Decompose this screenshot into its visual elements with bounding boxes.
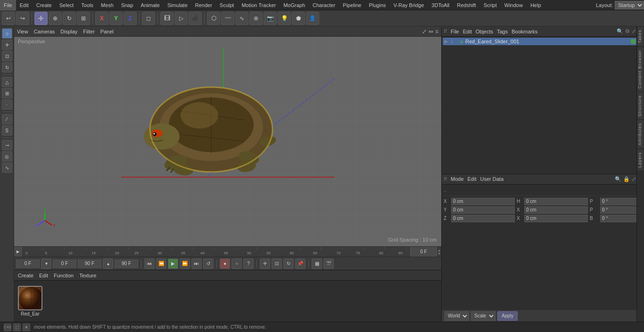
nurbs-button[interactable]: ∿ — [235, 12, 248, 25]
playback-max-frame[interactable] — [78, 259, 101, 268]
tool-paint[interactable]: ◎ — [2, 151, 12, 162]
side-tab-attributes[interactable]: Attributes — [637, 120, 644, 149]
pb-rotate-tool[interactable]: ↻ — [283, 259, 294, 269]
coord-x-pos-input[interactable] — [451, 198, 515, 205]
menu-create[interactable]: Create — [33, 0, 56, 10]
menu-window[interactable]: Window — [501, 0, 527, 10]
attr-expand-icon[interactable]: ⤢ — [632, 176, 636, 182]
camera-button[interactable]: 📷 — [264, 12, 277, 25]
redo-button[interactable]: ↪ — [16, 12, 29, 25]
render-region-button[interactable]: 🎞 — [160, 12, 173, 25]
attr-menu-mode[interactable]: Mode — [451, 176, 464, 182]
menu-plugins[interactable]: Plugins — [365, 0, 389, 10]
menu-3dtoall[interactable]: 3DToAll — [428, 0, 453, 10]
attr-menu-userdata[interactable]: User Data — [480, 176, 504, 182]
cube-button[interactable]: ⬡ — [207, 12, 220, 25]
vp-menu-cameras[interactable]: Cameras — [34, 29, 55, 34]
obj-menu-edit[interactable]: Edit — [463, 29, 472, 34]
tool-polygon[interactable]: △ — [2, 77, 12, 87]
light-button[interactable]: 💡 — [278, 12, 291, 25]
character-button[interactable]: 👤 — [306, 12, 319, 25]
menu-vray[interactable]: V-Ray Bridge — [390, 0, 428, 10]
menu-render[interactable]: Render — [191, 0, 216, 10]
pb-help[interactable]: ? — [243, 259, 254, 269]
pb-record[interactable]: ● — [220, 259, 230, 269]
coord-h-input[interactable] — [524, 198, 588, 205]
pb-snap[interactable]: 📌 — [295, 259, 305, 269]
status-cinema4d-icon[interactable]: C4D — [4, 324, 11, 331]
layout-select[interactable]: Startup — [615, 1, 644, 9]
menu-pipeline[interactable]: Pipeline — [339, 0, 365, 10]
mat-menu-edit[interactable]: Edit — [39, 273, 48, 278]
vp-arrows-icon[interactable]: ⇔ — [429, 28, 433, 35]
apply-button[interactable]: Apply — [497, 311, 518, 321]
vp-expand-icon[interactable]: ⤢ — [422, 28, 427, 35]
obj-search-icon[interactable]: 🔍 — [617, 28, 623, 34]
object-mode-button[interactable]: ◻ — [142, 12, 155, 25]
pb-scale-tool[interactable]: ⊡ — [272, 259, 282, 269]
mat-menu-texture[interactable]: Texture — [79, 273, 96, 278]
side-tab-structure[interactable]: Structure — [637, 92, 644, 120]
obj-menu-file[interactable]: File — [451, 29, 459, 34]
tool-edge[interactable]: ⊞ — [2, 88, 12, 98]
z-axis-button[interactable]: Z — [124, 12, 137, 25]
pb-loop[interactable]: ↺ — [203, 259, 214, 269]
side-tab-layers[interactable]: Layers — [637, 149, 644, 171]
playback-current-frame[interactable] — [53, 259, 76, 268]
viewport-canvas[interactable]: Perspective — [14, 37, 441, 246]
mat-menu-create[interactable]: Create — [18, 273, 33, 278]
pb-timeline-view[interactable]: ▦ — [312, 259, 322, 269]
render-active-button[interactable]: ▷ — [174, 12, 188, 25]
side-tab-content-browser[interactable]: Content Browser — [637, 47, 644, 92]
menu-edit[interactable]: Edit — [16, 0, 33, 10]
undo-button[interactable]: ↩ — [2, 12, 15, 25]
tool-rotate[interactable]: ↻ — [2, 62, 12, 73]
material-item[interactable]: Red_Ear — [18, 286, 42, 316]
scale-dropdown[interactable]: Scale — [471, 311, 495, 321]
tool-scale[interactable]: ⊡ — [2, 51, 12, 61]
scene-button[interactable]: ⬟ — [292, 12, 305, 25]
menu-redshift[interactable]: Redshift — [453, 0, 479, 10]
menu-character[interactable]: Character — [309, 0, 339, 10]
playback-start-frame[interactable] — [16, 259, 40, 268]
menu-motion-tracker[interactable]: Motion Tracker — [238, 0, 280, 10]
attr-lock-icon[interactable]: 🔒 — [623, 176, 630, 182]
menu-mograph[interactable]: MoGraph — [280, 0, 309, 10]
vp-menu-display[interactable]: Display — [60, 29, 77, 34]
tool-magnet[interactable]: ⊸ — [2, 140, 12, 150]
menu-simulate[interactable]: Simulate — [164, 0, 191, 10]
coord-x-size-input[interactable] — [524, 206, 588, 214]
pb-step-back[interactable]: ⏪ — [156, 259, 166, 269]
spline-button[interactable]: 〰 — [221, 12, 234, 25]
pb-goto-end[interactable]: ⏭ — [191, 259, 202, 269]
menu-sculpt[interactable]: Sculpt — [216, 0, 238, 10]
menu-script[interactable]: Script — [480, 0, 501, 10]
material-thumbnail[interactable] — [18, 286, 42, 310]
object-item-turtle[interactable]: ▶ L ◈ Red_Eared_Slider_001 — [443, 38, 643, 45]
pb-render-preview[interactable]: 🎬 — [323, 259, 334, 269]
viewport-container[interactable]: View Cameras Display Filter Panel ⤢ ⇔ ≡ — [14, 26, 441, 246]
menu-tools[interactable]: Tools — [77, 0, 97, 10]
tool-point[interactable]: · — [2, 99, 12, 110]
status-close-icon[interactable]: ✕ — [23, 324, 30, 331]
pb-auto-key[interactable]: ○ — [231, 259, 242, 269]
pb-goto-start[interactable]: ⏮ — [144, 259, 155, 269]
world-dropdown[interactable]: World — [445, 311, 469, 321]
scale-tool-button[interactable]: ⊕ — [49, 12, 62, 25]
render-to-picture-button[interactable]: ⬛ — [189, 12, 202, 25]
mat-menu-function[interactable]: Function — [54, 273, 74, 278]
pb-play[interactable]: ▶ — [168, 259, 178, 269]
attr-menu-edit[interactable]: Edit — [468, 176, 477, 182]
menu-help[interactable]: Help — [527, 0, 545, 10]
vp-settings-icon[interactable]: ≡ — [435, 28, 438, 35]
tool-select[interactable]: ⊹ — [2, 28, 12, 39]
tool-knife[interactable]: ∕ — [2, 114, 12, 124]
playback-end-frame[interactable] — [115, 259, 138, 268]
menu-snap[interactable]: Snap — [117, 0, 137, 10]
pb-step-fwd[interactable]: ⏩ — [180, 259, 190, 269]
vp-menu-view[interactable]: View — [17, 29, 28, 34]
timeline-track[interactable]: 0 5 10 15 20 25 30 35 40 45 50 — [22, 247, 410, 257]
tool-move[interactable]: ✛ — [2, 40, 12, 50]
side-tab-takes[interactable]: Takes — [637, 26, 644, 47]
obj-menu-bookmarks[interactable]: Bookmarks — [512, 29, 537, 34]
